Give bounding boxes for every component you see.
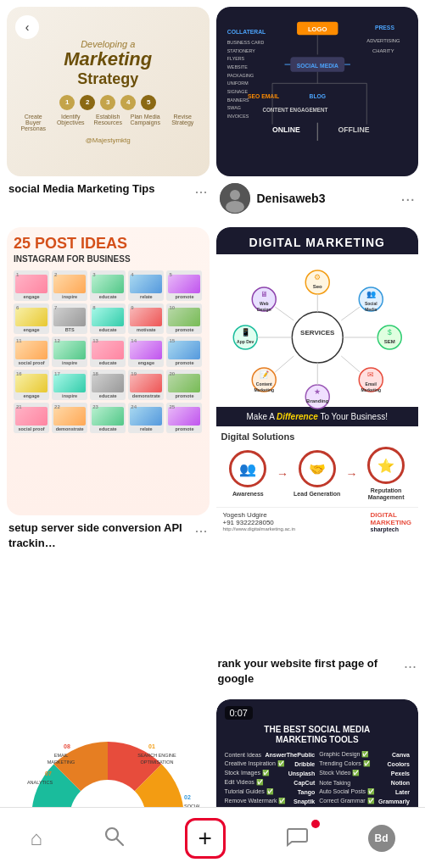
- tool-colors: Trending Colors ✅Coolors: [317, 760, 411, 768]
- svg-text:LOGO: LOGO: [307, 25, 327, 33]
- svg-text:Email: Email: [365, 381, 377, 387]
- post-cell-25: 25promote: [166, 403, 202, 433]
- svg-text:Seo: Seo: [312, 284, 322, 289]
- svg-text:Web: Web: [260, 301, 268, 306]
- svg-text:MARKETING: MARKETING: [48, 760, 75, 765]
- user-more-dots[interactable]: ···: [400, 189, 415, 209]
- bottom-nav: ⌂ + Bd: [0, 807, 425, 868]
- post-cell-19: 19demonstrate: [128, 370, 164, 400]
- dm-solutions-row: 👥 Awareness → 🤝 Lead Generation → ⭐: [221, 447, 414, 502]
- home-icon: ⌂: [30, 826, 42, 850]
- svg-text:STATIONERY: STATIONERY: [226, 48, 255, 53]
- dm-solution-awareness: 👥 Awareness: [222, 450, 273, 498]
- svg-text:BLOG: BLOG: [309, 93, 326, 99]
- dm-awareness-label: Awareness: [222, 491, 273, 498]
- dm-solution-reputation: ⭐ Reputation Management: [361, 447, 411, 502]
- post-cell-15: 15promote: [166, 337, 202, 367]
- nav-create[interactable]: +: [171, 811, 239, 865]
- svg-text:SERVICES: SERVICES: [300, 329, 335, 337]
- messages-icon: [286, 825, 308, 852]
- plus-icon: +: [199, 825, 212, 852]
- svg-point-34: [226, 201, 244, 213]
- dm-reputation-icon: ⭐: [367, 447, 405, 484]
- posts-grid: 1engage 2inspire 3educate 4relate 5promo…: [14, 270, 203, 433]
- dm-phone: +91 9322228050: [223, 519, 296, 526]
- post-cell-6: 6engage: [14, 303, 49, 334]
- svg-text:07: 07: [45, 771, 52, 776]
- step-label-1: Create Buyer Personas: [18, 114, 48, 131]
- tool-auto-posts: Auto Social Posts ✅Later: [317, 787, 411, 796]
- tool-watermark: Remove Watermark ✅Snaptik: [223, 797, 317, 805]
- svg-line-63: [275, 356, 294, 372]
- dm-person-name: Yogesh Udgire: [223, 511, 296, 519]
- step-3: 3: [100, 95, 115, 110]
- back-button[interactable]: ‹: [15, 15, 39, 39]
- nav-profile[interactable]: Bd: [355, 818, 409, 859]
- dm-solutions-title: Digital Solutions: [221, 431, 414, 442]
- svg-text:08: 08: [64, 743, 70, 749]
- pin-card-digital-marketing: DIGITAL MARKETING SERVICES ⚙ Seo: [216, 227, 419, 693]
- post-cell-13: 13educate: [90, 337, 126, 367]
- dm-header: DIGITAL MARKETING: [216, 227, 419, 254]
- step-5: 5: [141, 95, 156, 110]
- tool-content-ideas: Content IdeasAnswerThePublic: [223, 750, 317, 759]
- svg-text:SEM: SEM: [383, 339, 394, 344]
- dm-solutions: Digital Solutions 👥 Awareness → 🤝 Lead G…: [216, 426, 419, 507]
- marketing-text: Marketing: [64, 49, 152, 70]
- user-name-denisaweb: Denisaweb3: [257, 192, 394, 205]
- dm-awareness-icon: 👥: [229, 450, 266, 487]
- svg-text:Design: Design: [256, 307, 271, 312]
- dm-reputation-label: Reputation Management: [361, 487, 411, 502]
- step-label-5: Revise Strategy: [167, 114, 198, 131]
- pin-more-dots[interactable]: ···: [194, 181, 207, 201]
- handle-text: @Majestymktg: [86, 136, 131, 144]
- svg-text:INVOICES: INVOICES: [226, 114, 249, 119]
- nav-search[interactable]: [89, 818, 138, 859]
- dm-header-title: DIGITAL MARKETING: [221, 236, 414, 249]
- svg-text:📱: 📱: [240, 327, 250, 337]
- post-cell-12: 12inspire: [52, 337, 87, 367]
- tool-stock-video: Stock Video ✅Pexels: [317, 769, 411, 777]
- profile-avatar[interactable]: Bd: [368, 825, 395, 852]
- user-avatar[interactable]: [220, 183, 250, 214]
- svg-text:UNIFORM: UNIFORM: [226, 81, 248, 86]
- post-cell-24: 24relate: [128, 403, 164, 433]
- tool-note-taking: Note TakingNotion: [317, 778, 411, 787]
- svg-text:Content: Content: [255, 381, 271, 387]
- post-cell-23: 23educate: [90, 403, 126, 433]
- dm-leadgen-icon: 🤝: [299, 450, 336, 487]
- pin-label-rank-website: rank your website first page of google: [218, 656, 404, 686]
- step-label-3: Establish Resources: [92, 114, 123, 131]
- svg-line-98: [117, 839, 123, 845]
- post-cell-22: 22demonstrate: [52, 403, 87, 433]
- profile-initials: Bd: [375, 832, 389, 844]
- svg-text:COLLATERAL: COLLATERAL: [226, 29, 265, 35]
- svg-text:ADVERTISING: ADVERTISING: [366, 38, 400, 43]
- step-4: 4: [120, 95, 136, 110]
- strategy-text: Strategy: [64, 70, 152, 88]
- svg-line-54: [341, 356, 360, 372]
- svg-text:SOCIAL MEDIA: SOCIAL MEDIA: [296, 63, 338, 69]
- pin-dots-rank[interactable]: ···: [404, 656, 417, 676]
- svg-line-45: [341, 307, 360, 320]
- svg-text:CHARITY: CHARITY: [372, 48, 394, 53]
- tool-grammar: Correct Grammar ✅Grammarly: [317, 797, 411, 805]
- post-cell-20: 20promote: [166, 370, 202, 400]
- notification-dot: [311, 820, 320, 828]
- post-cell-10: 10promote: [166, 303, 202, 334]
- tool-graphic-design: Graphic Design ✅Canva: [317, 750, 411, 759]
- svg-text:WEBSITE: WEBSITE: [226, 64, 247, 70]
- post-cell-5: 5promote: [166, 270, 202, 301]
- svg-text:BANNERS: BANNERS: [226, 97, 249, 103]
- nav-home[interactable]: ⌂: [16, 820, 56, 857]
- post-cell-11: 11social proof: [14, 337, 49, 367]
- pin-label-setup-server: setup server side conversion API trackin…: [8, 520, 194, 550]
- plus-button[interactable]: +: [185, 818, 226, 859]
- svg-text:01: 01: [148, 743, 155, 749]
- pin-dots-setup[interactable]: ···: [194, 520, 207, 540]
- nav-messages[interactable]: [272, 818, 322, 859]
- dm-company-logo: DIGITALMARKETING sharptech: [371, 511, 411, 532]
- pin-card-25posts: 25 POST IDEAS INSTAGRAM FOR BUSINESS 1en…: [7, 227, 210, 693]
- tools-title: THE BEST SOCIAL MEDIAMARKETING TOOLS: [223, 725, 412, 745]
- 25posts-image: 25 POST IDEAS INSTAGRAM FOR BUSINESS 1en…: [7, 227, 210, 515]
